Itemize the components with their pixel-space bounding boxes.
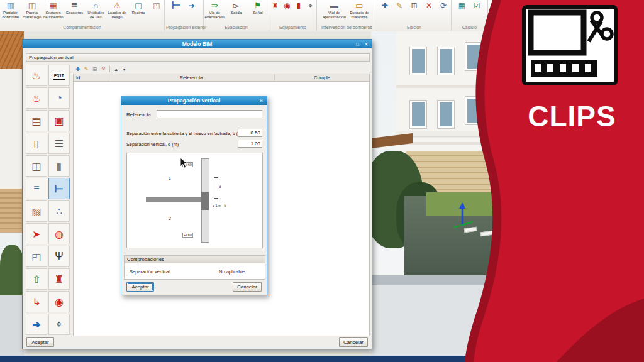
edit-icon[interactable]: ✎ bbox=[84, 66, 89, 72]
espacio-maniobra-icon: ▭ bbox=[355, 1, 363, 10]
fire-truck-icon[interactable]: ▣ bbox=[48, 110, 70, 131]
subdialog-titlebar-buttons: ✕ bbox=[257, 97, 265, 104]
sectores-incendio-button[interactable]: ▦Sectores de incendio bbox=[43, 1, 64, 19]
door-icon[interactable]: ▯ bbox=[26, 133, 47, 154]
hidrante-icon: ♜ bbox=[272, 1, 279, 10]
salida-icon: ▻ bbox=[233, 1, 239, 10]
separacion-d-input[interactable] bbox=[238, 140, 262, 148]
floors-icon[interactable]: ≡ bbox=[26, 178, 47, 199]
vial-aproximacion-button[interactable]: ▬Vial de aproximación bbox=[322, 1, 347, 19]
window bbox=[438, 47, 454, 75]
close-icon[interactable]: ✕ bbox=[362, 41, 370, 48]
extintor-icon: ▮ bbox=[297, 1, 301, 10]
escaleras-button[interactable]: ≣Escaleras bbox=[64, 1, 86, 15]
check-result: No aplicable bbox=[219, 269, 245, 275]
ramp-icon[interactable]: ▨ bbox=[26, 200, 47, 222]
locales-riesgo-button[interactable]: ⚠Locales de riesgo bbox=[106, 1, 128, 19]
puerta-cortafuego-button[interactable]: ◫Puerta cortafuego bbox=[21, 1, 43, 19]
propagacion-vertical-button[interactable]: ⊢ bbox=[169, 1, 184, 10]
regulations-icon[interactable]: ▤ bbox=[26, 110, 47, 131]
exit-sign-button[interactable]: EXIT bbox=[48, 65, 70, 86]
espacio-maniobra-button[interactable]: ▭Espacio de maniobra bbox=[347, 1, 372, 19]
add-icon[interactable]: ✚ bbox=[75, 66, 80, 72]
subdialog-cancel-button[interactable]: Cancelar bbox=[233, 282, 262, 292]
duct-icon[interactable]: ◰ bbox=[26, 246, 47, 267]
close-icon[interactable]: ✕ bbox=[257, 97, 265, 104]
alarm-icon[interactable]: ◉ bbox=[48, 291, 70, 312]
separacion-d-label: Separación vertical, d (m) bbox=[126, 141, 179, 147]
evacuation-arrow-icon[interactable]: ➤ bbox=[26, 223, 47, 244]
icon-glyph: EXIT bbox=[53, 72, 65, 80]
column-icon[interactable]: ▮ bbox=[48, 155, 70, 177]
dialog-accept-button[interactable]: Aceptar bbox=[26, 337, 54, 347]
clips-label: CLIPS bbox=[500, 99, 644, 133]
copy-element-button[interactable]: ⊞ bbox=[407, 1, 421, 10]
salida-button[interactable]: ▻Salida bbox=[225, 1, 247, 15]
sprinkler-head-icon[interactable]: ⌖ bbox=[48, 314, 70, 335]
rociador-button[interactable]: ⌖ bbox=[304, 1, 316, 10]
extintor-button[interactable]: ▮ bbox=[293, 1, 305, 10]
unidades-uso-button[interactable]: ⌂Unidades de uso bbox=[85, 1, 106, 19]
add-element-button[interactable]: ✚ bbox=[377, 1, 392, 10]
alarma-button[interactable]: ◉ bbox=[281, 1, 293, 10]
rotate-element-button[interactable]: ⟳ bbox=[436, 1, 451, 10]
dialog-title: Modelo BIM bbox=[182, 41, 213, 47]
ei-bottom-label: EI 60 bbox=[182, 233, 193, 238]
exit-arrow-icon[interactable]: ➔ bbox=[26, 314, 47, 335]
compartimentacion-extra-button[interactable]: ◰ bbox=[149, 1, 164, 10]
propagacion-vertical-dialog: Propagación vertical ✕ Referencia Separa… bbox=[121, 96, 267, 295]
delete-element-button[interactable]: ✕ bbox=[421, 1, 436, 10]
spandrel-panel bbox=[201, 192, 209, 210]
move-down-icon[interactable]: ▼ bbox=[122, 67, 126, 72]
icon-glyph: ≡ bbox=[33, 183, 39, 194]
senal-button[interactable]: ⚑Señal bbox=[247, 1, 269, 15]
mouse-cursor bbox=[180, 157, 188, 169]
film-clip-icon bbox=[526, 9, 614, 82]
table-header: Id Referencia Cumple bbox=[73, 74, 370, 82]
clips-logo-icon bbox=[522, 5, 618, 85]
signage-icon[interactable]: Ψ bbox=[48, 246, 70, 267]
item-label: Vía de evacuación bbox=[204, 11, 225, 19]
group-label-bomberos: Intervención de bomberos bbox=[317, 25, 377, 31]
model-viewport-left[interactable] bbox=[0, 31, 24, 362]
burning-roof-icon[interactable]: ♨ bbox=[26, 65, 47, 86]
particion-horizontal-button[interactable]: ▥Partición horizontal bbox=[0, 1, 21, 19]
copy-icon[interactable]: ⊞ bbox=[92, 66, 97, 72]
icon-glyph: ♜ bbox=[55, 273, 64, 285]
ribbon-group-propagacion-exterior: ⊢ ➔ Propagación exterior bbox=[165, 0, 204, 31]
icon-glyph: ◔ bbox=[56, 92, 62, 104]
check-row[interactable]: Separación vertical No aplicable bbox=[124, 263, 265, 280]
edit-element-icon: ✎ bbox=[396, 1, 402, 10]
exit-route-green-icon[interactable]: ⇧ bbox=[26, 268, 47, 290]
ladder-icon[interactable]: ☰ bbox=[48, 133, 70, 154]
clock-icon[interactable]: ◔ bbox=[48, 87, 70, 109]
exit-route-red-icon[interactable]: ↳ bbox=[26, 291, 47, 312]
item-label: Salida bbox=[231, 11, 242, 15]
double-door-icon[interactable]: ◫ bbox=[26, 155, 47, 177]
delete-icon[interactable]: ✕ bbox=[101, 66, 106, 72]
subdialog-accept-button[interactable]: Aceptar bbox=[126, 282, 154, 292]
dialog-cancel-button[interactable]: Cancelar bbox=[339, 337, 368, 347]
flame-icon[interactable]: ♨ bbox=[26, 87, 47, 109]
subdialog-titlebar[interactable]: Propagación vertical ✕ bbox=[121, 96, 267, 105]
extinguisher-icon[interactable]: ◍ bbox=[48, 223, 70, 244]
vertical-propagation-icon[interactable]: ⊢ bbox=[48, 178, 70, 199]
window bbox=[410, 47, 426, 75]
restore-icon[interactable]: □ bbox=[353, 41, 362, 48]
recinto-button[interactable]: ▢Recinto bbox=[128, 1, 149, 15]
panel-title: Propagación vertical bbox=[26, 53, 370, 62]
dialog-titlebar[interactable]: Modelo BIM □ ✕ bbox=[23, 40, 372, 48]
hidrante-button[interactable]: ♜ bbox=[269, 1, 281, 10]
delete-element-icon: ✕ bbox=[426, 1, 432, 10]
hydrant-icon[interactable]: ♜ bbox=[48, 268, 70, 290]
edit-element-button[interactable]: ✎ bbox=[392, 1, 406, 10]
separacion-b-input[interactable] bbox=[238, 129, 262, 137]
referencia-input[interactable] bbox=[157, 110, 262, 118]
sprinklers-icon[interactable]: ∴ bbox=[48, 200, 70, 222]
move-up-icon[interactable]: ▲ bbox=[114, 67, 118, 72]
propagacion-horizontal-button[interactable]: ➔ bbox=[184, 1, 199, 10]
item-label: Unidades de uso bbox=[86, 11, 106, 19]
via-evacuacion-button[interactable]: ⇒Vía de evacuación bbox=[204, 1, 225, 19]
tools-sidebar: ♨ EXIT ♨ ◔ ▤ ▣ ▯ ☰ ◫ ▮ ≡ ⊢ ▨ ∴ ➤ ◍ ◰ Ψ ⇧… bbox=[26, 65, 70, 335]
diagram-label-1: 1 bbox=[169, 176, 171, 180]
